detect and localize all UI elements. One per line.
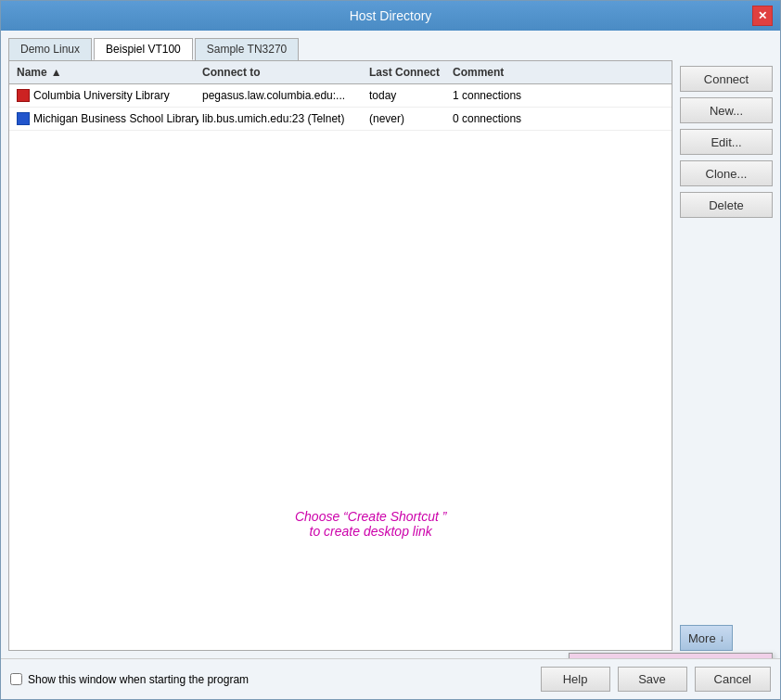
window-title: Host Directory (29, 8, 752, 23)
table-row[interactable]: Columbia University Library pegasus.law.… (9, 84, 672, 108)
clone-button[interactable]: Clone... (680, 160, 773, 186)
new-button[interactable]: New... (680, 97, 773, 123)
bottom-right-buttons: Help Save Cancel (541, 667, 771, 692)
delete-button[interactable]: Delete (680, 192, 773, 218)
icon-red (17, 89, 30, 102)
cell-connect-michigan: lib.bus.umich.edu:23 (Telnet) (198, 110, 365, 127)
save-button[interactable]: Save (618, 667, 687, 692)
tab-beispiel-vt100[interactable]: Beispiel VT100 (94, 38, 193, 60)
cell-lastconnect-michigan: (never) (365, 110, 449, 127)
host-directory-window: Host Directory ✕ Demo Linux Beispiel VT1… (0, 0, 781, 700)
tab-demo-linux[interactable]: Demo Linux (8, 38, 92, 60)
menu-item-create-shortcut[interactable]: Create Shortcut... (570, 654, 772, 658)
tab-bar: Demo Linux Beispiel VT100 Sample TN3270 (8, 38, 672, 60)
tooltip-text: Choose “Create Shortcut ” to create desk… (295, 509, 446, 539)
help-button[interactable]: Help (541, 667, 610, 692)
edit-button[interactable]: Edit... (680, 129, 773, 155)
header-connect-to: Connect to (198, 64, 365, 81)
cell-connect-columbia: pegasus.law.columbia.edu:... (198, 87, 365, 104)
more-button[interactable]: More ↓ (680, 625, 733, 651)
more-dropdown-menu: Create Shortcut... Move entry to ▶ Creat… (569, 653, 773, 658)
icon-blue (17, 112, 30, 125)
connect-button[interactable]: Connect (680, 66, 773, 92)
header-comment: Comment (449, 64, 668, 81)
spacer (680, 223, 773, 619)
cell-lastconnect-columbia: today (365, 87, 449, 104)
startup-checkbox[interactable] (10, 673, 22, 685)
list-header: Name ▲ Connect to Last Connect Comment (9, 61, 672, 84)
content-area: Demo Linux Beispiel VT100 Sample TN3270 … (1, 31, 780, 658)
bottom-bar: Show this window when starting the progr… (1, 658, 780, 699)
header-name: Name ▲ (13, 64, 198, 81)
right-panel: Connect New... Edit... Clone... Delete M… (680, 38, 773, 651)
startup-checkbox-label[interactable]: Show this window when starting the progr… (10, 673, 249, 686)
table-row[interactable]: Michigan Business School Library lib.bus… (9, 108, 672, 131)
host-list-container: Name ▲ Connect to Last Connect Comment C… (8, 60, 672, 651)
tab-sample-tn3270[interactable]: Sample TN3270 (195, 38, 300, 60)
header-last-connect: Last Connect (365, 64, 449, 81)
left-panel: Demo Linux Beispiel VT100 Sample TN3270 … (8, 38, 672, 651)
cell-comment-michigan: 0 connections (449, 110, 668, 127)
close-button[interactable]: ✕ (752, 6, 773, 26)
cell-name-columbia: Columbia University Library (13, 87, 198, 104)
more-dropdown-container: More ↓ Create Shortcut... Move entry to … (680, 625, 773, 651)
host-list-rows: Columbia University Library pegasus.law.… (9, 84, 672, 131)
cell-name-michigan: Michigan Business School Library (13, 110, 198, 127)
cell-comment-columbia: 1 connections (449, 87, 668, 104)
title-bar: Host Directory ✕ (1, 1, 780, 31)
cancel-button[interactable]: Cancel (695, 667, 771, 692)
